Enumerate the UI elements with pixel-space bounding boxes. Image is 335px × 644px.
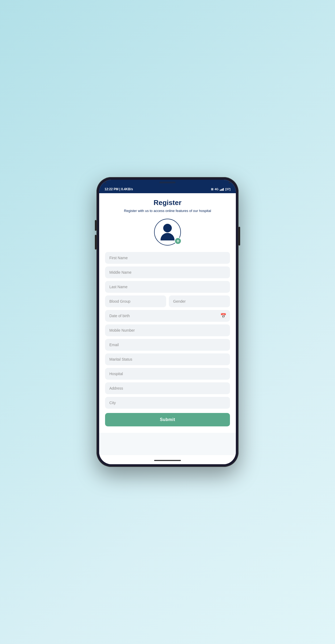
battery-level: 37 — [226, 188, 229, 191]
notch-area — [99, 180, 236, 185]
hospital-input[interactable] — [105, 368, 230, 380]
phone-frame: 12:22 PM | 0.4KB/s ⊞ 4G [37] Register — [96, 177, 239, 467]
mobile-number-input[interactable] — [105, 324, 230, 336]
marital-status-input[interactable] — [105, 353, 230, 365]
avatar-body — [161, 233, 174, 240]
volume-up-button — [95, 220, 96, 231]
avatar-container[interactable]: + — [105, 219, 230, 246]
notch-dot-left — [105, 182, 106, 184]
page-title: Register — [105, 199, 230, 207]
avatar-circle: + — [154, 219, 181, 246]
blood-group-input[interactable] — [105, 295, 166, 307]
battery-icon: [37] — [225, 188, 230, 191]
scroll-area[interactable]: Register Register with us to access onli… — [99, 193, 236, 455]
volume-down-button — [95, 235, 96, 250]
status-time: 12:22 PM | 0.4KB/s — [105, 187, 133, 191]
first-name-input[interactable] — [105, 252, 230, 264]
dob-input[interactable] — [105, 310, 230, 322]
avatar-person-icon — [161, 224, 174, 240]
last-name-input[interactable] — [105, 281, 230, 293]
form-container: Register Register with us to access onli… — [99, 193, 236, 433]
power-button — [239, 227, 240, 246]
signal-4g: 4G — [215, 188, 219, 191]
network-icon: ⊞ — [211, 188, 213, 191]
status-bar: 12:22 PM | 0.4KB/s ⊞ 4G [37] — [99, 185, 236, 193]
avatar-add-button[interactable]: + — [174, 237, 181, 244]
page-subtitle: Register with us to access online featur… — [105, 208, 230, 213]
gender-input[interactable] — [169, 295, 230, 307]
address-input[interactable] — [105, 382, 230, 394]
middle-name-input[interactable] — [105, 266, 230, 278]
signal-bars-icon — [220, 188, 224, 191]
dob-wrapper: 📅 — [105, 310, 230, 322]
submit-button[interactable]: Submit — [105, 413, 230, 426]
blood-gender-row — [105, 295, 230, 307]
notch-speaker — [159, 182, 176, 183]
home-bar — [154, 460, 181, 461]
avatar-head — [163, 224, 172, 232]
email-input[interactable] — [105, 339, 230, 351]
home-indicator — [99, 455, 236, 464]
city-input[interactable] — [105, 397, 230, 409]
phone-screen: 12:22 PM | 0.4KB/s ⊞ 4G [37] Register — [99, 180, 236, 464]
notch-camera — [229, 182, 230, 184]
status-icons: ⊞ 4G [37] — [211, 188, 230, 191]
